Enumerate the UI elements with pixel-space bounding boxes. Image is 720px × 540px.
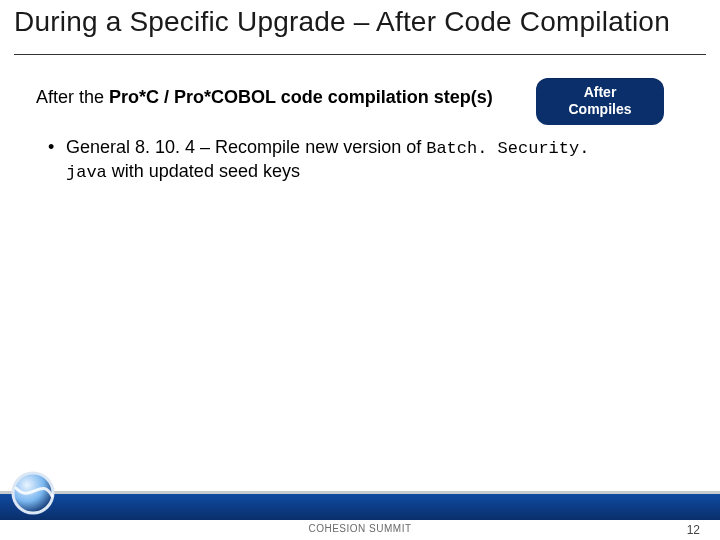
footer-label: COHESION SUMMIT	[0, 523, 720, 534]
footer-bar	[0, 494, 720, 520]
subhead-bold: Pro*C / Pro*COBOL code compilation step(…	[109, 87, 493, 107]
logo-icon	[10, 470, 56, 516]
slide-title: During a Specific Upgrade – After Code C…	[14, 6, 706, 38]
title-rule	[14, 54, 706, 55]
bullet-list: General 8. 10. 4 – Recompile new version…	[48, 136, 630, 192]
subhead-pre: After the	[36, 87, 109, 107]
bullet-suffix: with updated seed keys	[107, 161, 300, 181]
subhead-row: After the Pro*C / Pro*COBOL code compila…	[36, 78, 684, 109]
bullet-item: General 8. 10. 4 – Recompile new version…	[48, 136, 630, 184]
slide: During a Specific Upgrade – After Code C…	[0, 0, 720, 540]
page-number: 12	[687, 523, 700, 537]
bullet-prefix: General 8. 10. 4 – Recompile new version…	[66, 137, 426, 157]
stage-badge: After Compiles	[536, 78, 664, 125]
